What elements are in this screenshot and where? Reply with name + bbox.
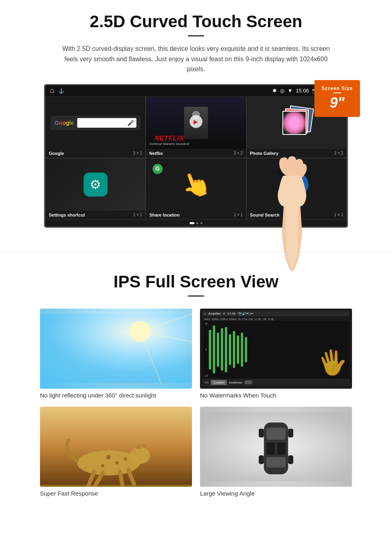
usb-icon: ⚓ <box>58 88 64 94</box>
section2-underline <box>188 295 204 297</box>
eq-bar-5 <box>225 327 227 372</box>
amp-db-label: -10 <box>204 374 208 377</box>
device-container: Screen Size 9" ⌂ ⚓ ✱ ◎ ▼ 15:06 📷 🔊 ✕ <box>44 84 348 228</box>
svg-point-17 <box>106 455 110 459</box>
settings-bg: ⚙ <box>46 159 145 211</box>
google-app-name: Google <box>49 151 64 156</box>
netflix-app-img: ▶ NETFLIX Continue Marvel's Daredevil <box>146 97 246 149</box>
eq-bar-6 <box>229 334 231 365</box>
google-app-img: Google 🎤 <box>46 97 145 149</box>
amp-back: << <box>205 381 208 384</box>
sunlight-photo-graphic <box>40 309 192 389</box>
gallery-app-size: 2 × 2 <box>334 151 343 155</box>
svg-text:G: G <box>156 165 160 172</box>
netflix-subtitle: Continue Marvel's Daredevil <box>149 142 189 146</box>
photo-box-car <box>200 407 352 487</box>
section1-underline <box>188 35 204 36</box>
hand-touch-graphic: 🖐 <box>315 346 350 379</box>
eq-bar-4 <box>221 328 223 371</box>
amp-title: Amplifier <box>208 312 221 315</box>
photo-grid: No light reflecting under 360° direct su… <box>24 309 368 497</box>
settings-icon-wrap: ⚙ <box>84 173 108 197</box>
share-app-cell[interactable]: G 👆 Share location 1 × 1 <box>146 158 246 220</box>
status-time: 15:06 <box>296 88 309 94</box>
app-grid-row2: ⚙ Settings shortcut 1 × 1 <box>45 158 347 220</box>
google-search-bar[interactable]: 🎤 <box>77 118 136 128</box>
photo-item-cheetah: Super Fast Response <box>40 407 192 497</box>
amp-time: 17:33 <box>228 312 236 315</box>
home-icon[interactable]: ⌂ <box>50 86 54 95</box>
car-caption: Large Viewing Angle <box>200 490 352 497</box>
sound-app-img: ♪ <box>247 159 346 211</box>
amp-freq-label: 12.5k <box>254 318 261 321</box>
google-search-widget: Google 🎤 <box>50 116 140 130</box>
amp-icons: 📷🔊✕□↩ <box>238 312 254 315</box>
photo-item-sunlight: No light reflecting under 360° direct su… <box>40 309 192 399</box>
svg-point-10 <box>130 447 150 464</box>
google-app-cell[interactable]: Google 🎤 Google 3 × 1 <box>45 96 146 158</box>
netflix-app-cell[interactable]: ▶ NETFLIX Continue Marvel's Daredevil Ne… <box>146 96 246 158</box>
share-label-bar: Share location 1 × 1 <box>146 211 246 219</box>
cheetah-photo-graphic <box>40 407 192 487</box>
scroll-dot-2 <box>196 222 198 224</box>
section2: IPS Full Screen View <box>0 268 392 505</box>
settings-app-name: Settings shortcut <box>49 213 85 217</box>
section1: 2.5D Curved Touch Screen With 2.5D curve… <box>0 0 392 236</box>
svg-rect-29 <box>259 455 264 464</box>
scroll-dot-3 <box>200 222 202 224</box>
amplifier-screenshot: ⌂ Amplifier ≡ 17:33 📷🔊✕□↩ 60hz 100hz 200… <box>200 309 352 389</box>
photo-item-car: Large Viewing Angle <box>200 407 352 497</box>
share-bg: G 👆 <box>146 159 246 211</box>
google-app-size: 3 × 1 <box>133 151 142 155</box>
scroll-dot-1 <box>190 222 194 224</box>
flower-photo <box>283 112 306 134</box>
pointing-hand-icon: 👆 <box>177 166 215 203</box>
scroll-indicator <box>45 220 347 227</box>
music-note-icon: ♪ <box>294 178 300 191</box>
badge-underline <box>333 92 341 93</box>
sunlight-caption: No light reflecting under 360° direct su… <box>40 392 192 399</box>
sound-bg: ♪ <box>247 159 346 211</box>
settings-app-cell[interactable]: ⚙ Settings shortcut 1 × 1 <box>45 158 146 220</box>
svg-point-19 <box>101 464 104 468</box>
status-bar-left: ⌂ ⚓ <box>50 86 64 95</box>
sound-label-bar: Sound Search 1 × 1 <box>247 211 346 219</box>
badge-size: 9" <box>322 94 353 111</box>
section-divider <box>0 252 392 252</box>
wifi-icon: ▼ <box>288 88 293 94</box>
eq-bar-2 <box>213 325 215 373</box>
amp-db-label: 10 <box>204 322 208 325</box>
share-app-img: G 👆 <box>146 159 246 211</box>
settings-app-size: 1 × 1 <box>133 213 142 217</box>
amp-header: ⌂ Amplifier ≡ 17:33 📷🔊✕□↩ <box>202 311 350 316</box>
netflix-play-button[interactable]: ▶ <box>190 115 202 128</box>
amp-freq-label: 15k <box>262 318 266 321</box>
share-app-name: Share location <box>149 213 180 217</box>
section1-description: With 2.5D curved-display screen, this de… <box>56 44 336 74</box>
netflix-text-overlay: NETFLIX Continue Marvel's Daredevil <box>149 135 189 146</box>
amp-home: ⌂ <box>204 312 206 315</box>
amp-toggle <box>244 380 252 384</box>
device-screen: ⌂ ⚓ ✱ ◎ ▼ 15:06 📷 🔊 ✕ □ <box>44 84 348 228</box>
svg-point-18 <box>115 461 119 465</box>
app-grid-row1: Google 🎤 Google 3 × 1 <box>45 96 347 158</box>
gallery-app-name: Photo Gallery <box>250 151 279 156</box>
gallery-label-bar: Photo Gallery 2 × 2 <box>247 149 346 158</box>
google-logo: Google <box>54 120 74 126</box>
netflix-app-name: Netflix <box>149 151 163 156</box>
sound-app-cell[interactable]: ♪ Sound Search 1 × 1 <box>246 158 347 220</box>
amp-freq-label: 10k <box>248 318 253 321</box>
maps-g-icon: G <box>152 163 163 177</box>
bluetooth-icon: ✱ <box>272 88 277 94</box>
eq-bar-8 <box>237 335 239 364</box>
netflix-label-bar: Netflix 3 × 2 <box>146 149 246 158</box>
amp-freq-label: 100hz <box>211 318 219 321</box>
photo-card-3 <box>282 111 306 135</box>
eq-bar-9 <box>241 333 243 367</box>
amp-custom: Custom <box>211 380 227 385</box>
svg-line-15 <box>120 472 123 486</box>
settings-app-img: ⚙ <box>46 159 145 211</box>
eq-bar-10 <box>245 337 247 362</box>
netflix-bg: ▶ NETFLIX Continue Marvel's Daredevil <box>146 97 246 149</box>
gear-icon: ⚙ <box>90 177 101 192</box>
